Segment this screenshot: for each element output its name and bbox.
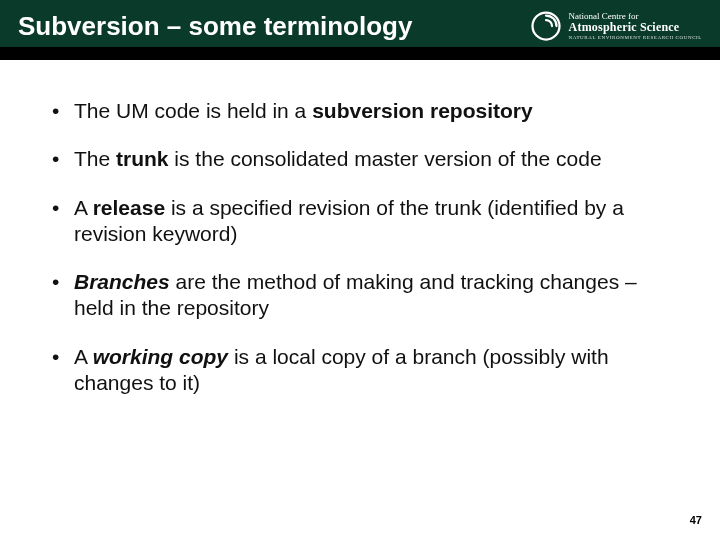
list-item: The UM code is held in a subversion repo… xyxy=(48,98,672,124)
list-item: A working copy is a local copy of a bran… xyxy=(48,344,672,397)
bullet-bold: release xyxy=(93,196,165,219)
logo-line2: Atmospheric Science xyxy=(569,21,702,34)
list-item: The trunk is the consolidated master ver… xyxy=(48,146,672,172)
bullet-bold: subversion repository xyxy=(312,99,533,122)
bullet-post: is the consolidated master version of th… xyxy=(169,147,602,170)
list-item: Branches are the method of making and tr… xyxy=(48,269,672,322)
logo: National Centre for Atmospheric Science … xyxy=(531,11,702,41)
slide-header: Subversion – some terminology National C… xyxy=(0,0,720,60)
bullet-pre: A xyxy=(74,345,93,368)
logo-text: National Centre for Atmospheric Science … xyxy=(569,12,702,40)
logo-line3: NATURAL ENVIRONMENT RESEARCH COUNCIL xyxy=(569,35,702,40)
bullet-pre: The UM code is held in a xyxy=(74,99,312,122)
bullet-pre: The xyxy=(74,147,116,170)
bullet-bold: working copy xyxy=(93,345,228,368)
bullet-pre: A xyxy=(74,196,93,219)
slide-body: The UM code is held in a subversion repo… xyxy=(0,60,720,396)
swirl-icon xyxy=(531,11,561,41)
page-number: 47 xyxy=(690,514,702,526)
bullet-bold: Branches xyxy=(74,270,170,293)
list-item: A release is a specified revision of the… xyxy=(48,195,672,248)
bullet-list: The UM code is held in a subversion repo… xyxy=(48,98,672,396)
slide-title: Subversion – some terminology xyxy=(18,11,412,42)
bullet-bold: trunk xyxy=(116,147,169,170)
